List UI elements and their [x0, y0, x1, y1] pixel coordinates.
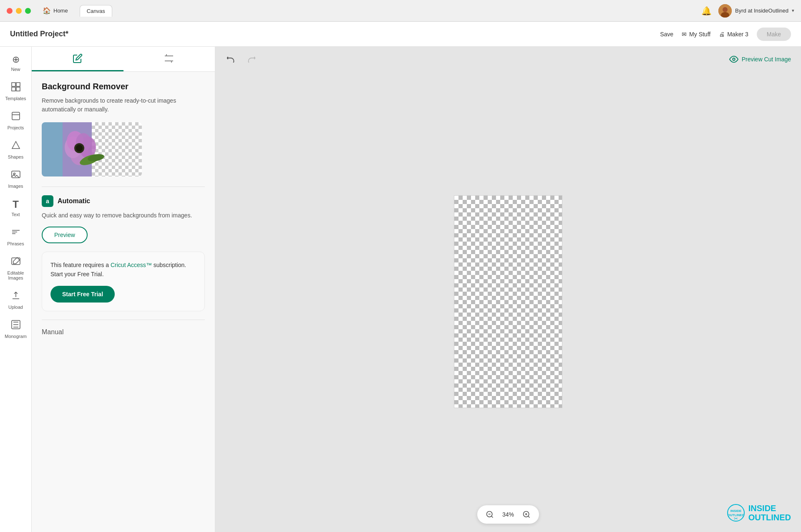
sidebar-item-templates[interactable]: Templates [2, 78, 30, 105]
watermark: INSIDE OUTLINED ✂ INSIDE OUTLINED [727, 504, 791, 522]
main-layout: ⊕ New Templates Projects Shapes Images [0, 47, 801, 532]
phrases-icon [11, 227, 21, 240]
maker-button[interactable]: 🖨 Maker 3 [719, 31, 748, 38]
header-actions: Save ✉ My Stuff 🖨 Maker 3 Make [660, 28, 791, 41]
divider-2 [42, 320, 205, 320]
my-stuff-icon: ✉ [682, 31, 687, 38]
my-stuff-button[interactable]: ✉ My Stuff [682, 31, 710, 38]
sidebar-item-monogram[interactable]: Monogram [2, 315, 30, 343]
panel-tab-edit[interactable] [32, 47, 123, 71]
eye-icon [729, 55, 738, 64]
zoom-in-button[interactable] [521, 509, 532, 520]
home-icon: 🏠 [43, 7, 51, 15]
shapes-icon [11, 140, 21, 153]
redo-button[interactable] [244, 52, 257, 66]
feature-notice: This feature requires a Cricut Access™ s… [42, 252, 205, 311]
spiderman-image [454, 195, 562, 408]
automatic-title: Automatic [58, 197, 90, 205]
notification-icon[interactable]: 🔔 [701, 6, 712, 16]
sidebar-item-editable-images[interactable]: Editable Images [2, 252, 30, 285]
watermark-text: INSIDE OUTLINED [748, 504, 791, 522]
preview-image [42, 122, 142, 176]
projects-icon [11, 111, 21, 124]
preview-button[interactable]: Preview [42, 227, 88, 243]
undo-icon [227, 53, 236, 63]
avatar [718, 4, 732, 18]
svg-rect-6 [16, 87, 20, 91]
sidebar-item-label: Editable Images [5, 270, 27, 280]
sidebar-item-label: Images [8, 184, 23, 189]
free-trial-button[interactable]: Start Free Trial [50, 286, 115, 303]
svg-line-50 [491, 516, 493, 518]
sidebar-item-phrases[interactable]: Phrases [2, 223, 30, 250]
tab-canvas[interactable]: Canvas [80, 5, 112, 17]
automatic-section: a Automatic Quick and easy way to remove… [42, 195, 205, 243]
svg-marker-8 [12, 141, 20, 149]
upload-icon [11, 290, 21, 303]
svg-point-29 [733, 58, 735, 61]
panel: Background Remover Remove backgrounds to… [32, 47, 215, 532]
make-button[interactable]: Make [757, 28, 791, 41]
user-name: Byrd at InsideOutlined [735, 8, 788, 14]
preview-cut-button[interactable]: Preview Cut Image [729, 55, 791, 64]
canvas-viewport[interactable]: 34% INSIDE OUTLINED ✂ INSIDE OUTLINED [215, 71, 801, 532]
sidebar-item-new[interactable]: ⊕ New [2, 50, 30, 76]
project-title: Untitled Project* [10, 30, 68, 38]
automatic-desc: Quick and easy way to remove backgrounds… [42, 211, 205, 220]
minimize-button[interactable] [16, 8, 22, 14]
chevron-down-icon: ▾ [792, 8, 794, 13]
sidebar: ⊕ New Templates Projects Shapes Images [0, 47, 32, 532]
tab-home[interactable]: 🏠 Home [36, 4, 75, 17]
panel-tab-crop[interactable] [123, 47, 215, 71]
panel-title: Background Remover [42, 82, 205, 91]
flower-image-svg [42, 122, 142, 176]
maker-label: Maker 3 [727, 31, 748, 38]
svg-text:✂: ✂ [734, 516, 738, 522]
notice-text: This feature requires a Cricut Access™ s… [50, 260, 196, 279]
zoom-out-button[interactable] [484, 509, 496, 520]
svg-text:INSIDE: INSIDE [730, 509, 741, 513]
canvas-area: Preview Cut Image [215, 47, 801, 532]
sidebar-item-label: Phrases [7, 241, 24, 246]
sidebar-item-upload[interactable]: Upload [2, 286, 30, 314]
sidebar-item-label: Monogram [5, 334, 27, 339]
editable-images-icon [11, 256, 21, 269]
preview-cut-label: Preview Cut Image [742, 56, 791, 63]
sidebar-item-shapes[interactable]: Shapes [2, 136, 30, 164]
svg-point-10 [13, 173, 15, 175]
svg-rect-5 [12, 87, 15, 91]
maximize-button[interactable] [25, 8, 31, 14]
canvas-toolbar: Preview Cut Image [215, 47, 801, 71]
undo-button[interactable] [225, 52, 238, 66]
cricut-access-link[interactable]: Cricut Access™ [111, 262, 152, 268]
watermark-icon: INSIDE OUTLINED ✂ [727, 504, 745, 522]
redo-icon [246, 53, 255, 63]
home-tab-label: Home [53, 8, 68, 14]
images-icon [11, 169, 21, 182]
zoom-control: 34% [477, 505, 539, 524]
sidebar-item-label: New [11, 67, 20, 72]
titlebar: 🏠 Home Canvas 🔔 Byrd at InsideOutlined ▾ [0, 0, 801, 22]
save-label: Save [660, 31, 673, 38]
user-info[interactable]: Byrd at InsideOutlined ▾ [718, 4, 794, 18]
panel-content: Background Remover Remove backgrounds to… [32, 72, 215, 532]
sidebar-item-text[interactable]: T Text [2, 194, 30, 221]
svg-point-1 [723, 7, 728, 12]
svg-line-54 [528, 516, 530, 518]
new-icon: ⊕ [12, 54, 20, 65]
titlebar-right: 🔔 Byrd at InsideOutlined ▾ [701, 4, 794, 18]
panel-description: Remove backgrounds to create ready-to-cu… [42, 96, 205, 114]
method-header: a Automatic [42, 195, 205, 207]
maker-icon: 🖨 [719, 31, 725, 38]
checker-background [454, 196, 562, 408]
close-button[interactable] [7, 8, 13, 14]
sidebar-item-label: Projects [8, 125, 24, 130]
my-stuff-label: My Stuff [689, 31, 710, 38]
svg-rect-19 [92, 122, 142, 176]
save-button[interactable]: Save [660, 31, 673, 38]
sidebar-item-images[interactable]: Images [2, 165, 30, 193]
edit-icon [73, 53, 83, 63]
svg-point-26 [76, 145, 83, 151]
sidebar-item-projects[interactable]: Projects [2, 107, 30, 134]
manual-label: Manual [42, 328, 63, 335]
